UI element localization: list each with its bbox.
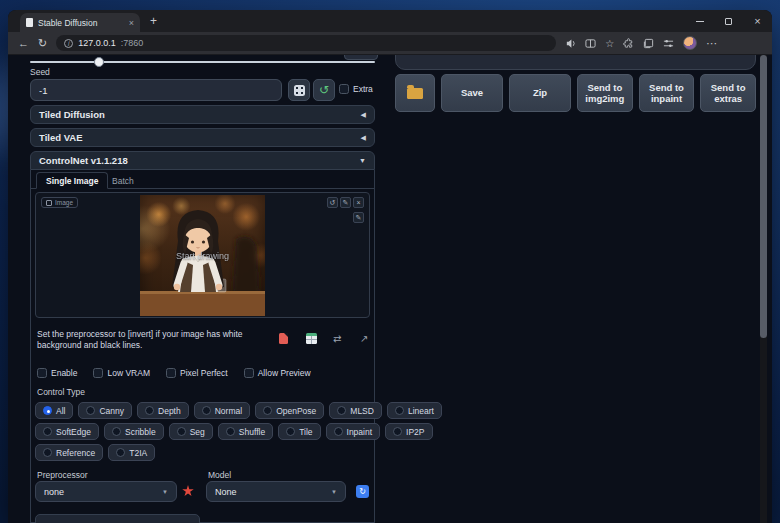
tab-batch[interactable]: Batch — [103, 172, 143, 189]
page-scrollbar[interactable] — [760, 55, 767, 523]
control-type-lineart[interactable]: Lineart — [387, 402, 442, 419]
radio-icon — [43, 448, 52, 457]
model-label: Model — [208, 470, 231, 480]
undo-icon[interactable]: ↺ — [327, 197, 338, 208]
control-type-normal[interactable]: Normal — [194, 402, 250, 419]
send-to-img2img-button[interactable]: Send to img2img — [577, 74, 633, 112]
seed-extra-label: Extra — [353, 84, 373, 94]
control-type-ip2p[interactable]: IP2P — [385, 423, 432, 440]
tab-title: Stable Diffusion — [38, 18, 124, 28]
edit-icon[interactable]: ✎ — [340, 197, 351, 208]
control-type-softedge[interactable]: SoftEdge — [35, 423, 99, 440]
accordion-label: ControlNet v1.1.218 — [39, 155, 128, 166]
profile-avatar[interactable] — [683, 36, 697, 50]
image-badge-label: Image — [55, 199, 73, 206]
low-vram-checkbox[interactable]: Low VRAM — [93, 368, 150, 378]
control-type-seg[interactable]: Seg — [169, 423, 213, 440]
collections-icon[interactable] — [643, 38, 654, 49]
seed-extra-checkbox[interactable]: Extra — [339, 84, 373, 94]
radio-icon — [112, 427, 121, 436]
close-icon: × — [754, 16, 760, 27]
browser-menu-icon[interactable]: ⋯ — [706, 37, 718, 50]
chevron-down-icon: ▼ — [162, 489, 168, 495]
control-type-mlsd[interactable]: MLSD — [329, 402, 382, 419]
read-aloud-icon[interactable] — [565, 38, 576, 49]
accordion-tiled-vae[interactable]: Tiled VAE ◀ — [30, 128, 375, 147]
top-slider-track[interactable] — [30, 61, 375, 63]
slider-number-input[interactable] — [344, 55, 378, 60]
split-screen-icon[interactable] — [585, 38, 596, 49]
allow-preview-checkbox[interactable]: Allow Preview — [244, 368, 311, 378]
controlnet-options: Enable Low VRAM Pixel Perfect Allow Prev… — [37, 368, 311, 378]
image-toolbar: ↺ ✎ × — [327, 197, 364, 208]
new-tab-button[interactable]: + — [150, 15, 157, 27]
run-preprocessor-icon[interactable] — [182, 485, 194, 497]
control-type-canny[interactable]: Canny — [78, 402, 132, 419]
tab-single-image[interactable]: Single Image — [36, 172, 108, 189]
control-type-tile[interactable]: Tile — [278, 423, 320, 440]
browser-tab[interactable]: Stable Diffusion × — [20, 13, 140, 32]
top-slider-handle[interactable] — [94, 57, 104, 67]
refresh-models-icon[interactable]: ↻ — [356, 485, 369, 498]
accordion-tiled-diffusion[interactable]: Tiled Diffusion ◀ — [30, 105, 375, 124]
table-icon[interactable] — [306, 333, 317, 344]
seed-input[interactable] — [30, 79, 282, 101]
image-icon — [46, 200, 52, 206]
scrollbar-thumb[interactable] — [760, 55, 767, 338]
radio-icon — [263, 406, 272, 415]
maximize-button[interactable] — [714, 10, 743, 32]
accordion-controlnet[interactable]: ControlNet v1.1.218 ▼ — [30, 151, 375, 170]
radio-icon — [202, 406, 211, 415]
radio-icon — [286, 427, 295, 436]
control-type-row-2: SoftEdge Scribble Seg Shuffle Tile Inpai… — [35, 423, 433, 440]
radio-icon — [334, 427, 343, 436]
extensions-icon[interactable] — [623, 38, 634, 49]
start-drawing-hint: Start drawing — [36, 251, 369, 261]
tab-close-icon[interactable]: × — [129, 18, 134, 28]
document-icon[interactable] — [279, 333, 288, 344]
favorites-star-icon[interactable]: ☆ — [605, 38, 614, 49]
controlnet-image-dropzone[interactable]: Image ↺ ✎ × ✎ — [35, 192, 370, 318]
send-to-inpaint-button[interactable]: Send to inpaint — [639, 74, 695, 112]
recycle-icon: ↺ — [319, 84, 329, 96]
external-arrow-icon[interactable]: ↗ — [360, 334, 368, 344]
open-folder-button[interactable] — [395, 74, 435, 112]
controlnet-panel: Single Image Batch Image ↺ ✎ × ✎ — [30, 170, 375, 523]
sketch-pen-icon[interactable]: ✎ — [353, 212, 364, 223]
chevron-down-icon: ▼ — [359, 157, 366, 164]
back-icon[interactable]: ← — [18, 38, 29, 49]
enable-checkbox[interactable]: Enable — [37, 368, 77, 378]
model-dropdown[interactable]: None ▼ — [206, 481, 346, 502]
random-seed-button[interactable] — [288, 79, 310, 101]
swap-arrows-icon[interactable]: ⇄ — [333, 334, 341, 344]
address-bar[interactable]: i 127.0.0.1 :7860 — [56, 35, 556, 51]
control-type-depth[interactable]: Depth — [137, 402, 189, 419]
checkbox-icon — [339, 84, 349, 94]
send-to-extras-button[interactable]: Send to extras — [700, 74, 756, 112]
pixel-perfect-checkbox[interactable]: Pixel Perfect — [166, 368, 228, 378]
control-type-label: Control Type — [37, 387, 85, 397]
close-button[interactable]: × — [743, 10, 772, 32]
accordion-label: Tiled VAE — [39, 132, 82, 143]
next-control-partial[interactable] — [35, 514, 200, 523]
control-type-t2ia[interactable]: T2IA — [108, 444, 155, 461]
preprocessor-label: Preprocessor — [37, 470, 88, 480]
minimize-icon — [696, 21, 704, 22]
site-info-icon[interactable]: i — [64, 39, 73, 48]
refresh-icon[interactable]: ↻ — [38, 38, 47, 49]
control-type-inpaint[interactable]: Inpaint — [326, 423, 381, 440]
control-type-all[interactable]: All — [35, 402, 73, 419]
radio-icon — [145, 406, 154, 415]
control-type-openpose[interactable]: OpenPose — [255, 402, 324, 419]
control-type-reference[interactable]: Reference — [35, 444, 103, 461]
save-button[interactable]: Save — [441, 74, 503, 112]
control-type-shuffle[interactable]: Shuffle — [218, 423, 273, 440]
preprocessor-dropdown[interactable]: none ▼ — [35, 481, 177, 502]
reuse-seed-button[interactable]: ↺ — [313, 79, 335, 101]
settings-sliders-icon[interactable] — [663, 38, 674, 49]
control-type-scribble[interactable]: Scribble — [104, 423, 164, 440]
output-gallery[interactable] — [395, 55, 756, 70]
clear-icon[interactable]: × — [353, 197, 364, 208]
minimize-button[interactable] — [685, 10, 714, 32]
zip-button[interactable]: Zip — [509, 74, 571, 112]
